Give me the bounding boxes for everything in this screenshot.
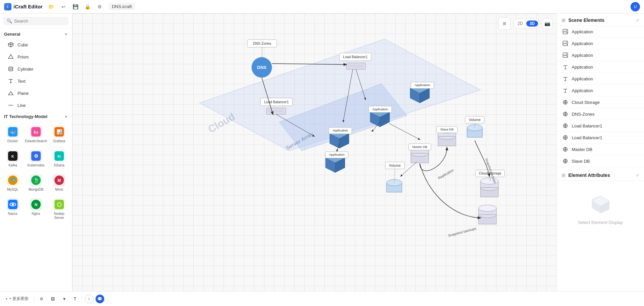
scene-element-globe-icon-1 bbox=[562, 99, 568, 105]
it-item-mongodb[interactable]: 🍃 MongoDB bbox=[24, 171, 48, 194]
more-toolbar-icon: ▼ bbox=[62, 297, 66, 301]
it-section-toggle[interactable]: ▼ bbox=[64, 115, 68, 119]
it-section-title: IT Technology-Model bbox=[4, 114, 47, 119]
search-input-wrap[interactable]: 🔍 bbox=[3, 17, 69, 25]
scene-element-label-lb1-a: Load Balancer1 bbox=[572, 123, 602, 128]
scene-element-app-img-2[interactable]: Application bbox=[557, 38, 644, 49]
masterdb-label-text: Master DB bbox=[412, 145, 427, 149]
add-shapes-button[interactable]: + + 更多图形 bbox=[3, 294, 31, 304]
lb1-left-device[interactable] bbox=[267, 108, 286, 114]
sidebar-item-text[interactable]: Text bbox=[2, 75, 70, 87]
search-bar: 🔍 bbox=[0, 13, 72, 29]
scene-element-globe-icon-6 bbox=[562, 158, 568, 164]
3d-toggle-button[interactable]: 3D bbox=[526, 21, 538, 27]
scene-element-master-db[interactable]: Master DB bbox=[557, 144, 644, 155]
settings-toolbar-icon: ⚙ bbox=[40, 297, 43, 301]
history-button[interactable]: ↩ bbox=[59, 2, 68, 11]
svg-text:📊: 📊 bbox=[56, 129, 63, 135]
titlebar-right: U bbox=[631, 2, 640, 11]
sidebar-item-plane[interactable]: Plane bbox=[2, 87, 70, 99]
volume2-group[interactable] bbox=[387, 180, 402, 192]
nacos-icon bbox=[7, 198, 19, 211]
screenshot-button[interactable]: 📷 bbox=[542, 18, 553, 29]
settings-button[interactable]: ⚙ bbox=[95, 2, 105, 11]
app3-label-text: Application bbox=[333, 128, 348, 132]
it-item-kafka[interactable]: K Kafka bbox=[3, 147, 22, 170]
info-toolbar-icon: i bbox=[88, 297, 89, 301]
general-section-toggle[interactable]: ▼ bbox=[64, 32, 68, 36]
scene-element-slave-db[interactable]: Slave DB bbox=[557, 155, 644, 167]
it-item-grafana[interactable]: 📊 Grafana bbox=[50, 123, 69, 146]
it-item-nacos[interactable]: Nacos bbox=[3, 196, 22, 223]
prism-label: Prism bbox=[17, 54, 29, 60]
chat-toolbar-button[interactable]: 💬 bbox=[96, 295, 104, 303]
search-input[interactable] bbox=[14, 18, 65, 24]
element-attrs-expand[interactable]: ⤢ bbox=[636, 173, 639, 178]
image-toolbar-icon: 🖼 bbox=[51, 297, 55, 301]
cylinder-label: Cylinder bbox=[17, 67, 34, 72]
it-item-kibana[interactable]: Ki Kibana bbox=[50, 147, 69, 170]
scene-element-dns-zones[interactable]: DNS-Zones bbox=[557, 108, 644, 120]
scene-elements-expand[interactable]: ⤢ bbox=[636, 18, 639, 23]
scene-element-lb1-b[interactable]: Load Balancer1 bbox=[557, 132, 644, 144]
diagram-canvas[interactable]: Cloud Server Array DNS DNS-Zones Load Ba… bbox=[72, 13, 557, 291]
sidebar-item-prism[interactable]: Prism bbox=[2, 51, 70, 63]
it-item-nginx[interactable]: N Nginx bbox=[24, 196, 48, 223]
kubernetes-label: Kubernetes bbox=[27, 163, 44, 167]
scene-element-app-img-3[interactable]: Application bbox=[557, 49, 644, 61]
scene-element-cloud-storage[interactable]: Cloud Storage bbox=[557, 97, 644, 108]
app-logo: i iCraft Editor bbox=[4, 3, 43, 10]
more-toolbar-button[interactable]: ▼ bbox=[60, 294, 69, 304]
sidebar-item-cube[interactable]: Cube bbox=[2, 39, 70, 50]
sidebar-item-line[interactable]: Line bbox=[2, 100, 70, 111]
it-item-minio[interactable]: M Minio bbox=[50, 171, 69, 194]
scene-element-lb1-a[interactable]: Load Balancer1 bbox=[557, 120, 644, 132]
scene-element-app-text-1[interactable]: Application bbox=[557, 61, 644, 73]
volume2-label-text: Volume bbox=[389, 164, 401, 167]
scene-element-globe-icon-3 bbox=[562, 123, 568, 129]
2d-3d-toggle: 2D 3D bbox=[513, 18, 539, 29]
svg-point-77 bbox=[566, 54, 567, 55]
view-mode-toggle: ⊞ bbox=[498, 17, 510, 30]
svg-text:⚙: ⚙ bbox=[34, 153, 38, 159]
scene-element-label-cloud-storage: Cloud Storage bbox=[572, 100, 600, 105]
it-item-nodejs[interactable]: ⬡ Nodejs Server bbox=[50, 196, 69, 223]
minio-icon: M bbox=[53, 174, 65, 186]
open-folder-button[interactable]: 📁 bbox=[47, 2, 56, 11]
svg-point-71 bbox=[479, 205, 496, 212]
plane-icon bbox=[7, 90, 14, 97]
kafka-label: Kafka bbox=[8, 163, 17, 167]
snapshot-label-2: Snapshot backups bbox=[448, 227, 477, 238]
scene-element-app-text-3[interactable]: Application bbox=[557, 85, 644, 97]
scene-element-text-icon-3 bbox=[562, 87, 568, 93]
grid-view-button[interactable]: ⊞ bbox=[500, 19, 509, 28]
canvas-area[interactable]: ⊞ 2D 3D 📷 Cloud Server Array bbox=[72, 13, 557, 291]
mongodb-label: MongoDB bbox=[29, 188, 43, 192]
sidebar-item-cylinder[interactable]: Cylinder bbox=[2, 63, 70, 75]
it-item-mysql[interactable]: 🐬 MySQL bbox=[3, 171, 22, 194]
lock-button[interactable]: 🔒 bbox=[83, 2, 92, 11]
app4-label-text: Application bbox=[329, 153, 344, 156]
svg-text:M: M bbox=[58, 178, 61, 183]
scene-element-app-img-1[interactable]: Application bbox=[557, 26, 644, 38]
add-shapes-label: + 更多图形 bbox=[9, 296, 29, 302]
scene-element-app-text-2[interactable]: Application bbox=[557, 73, 644, 85]
it-section-header: IT Technology-Model ▼ bbox=[0, 111, 72, 121]
scene-element-globe-icon-5 bbox=[562, 146, 568, 152]
text-toolbar-button[interactable]: T bbox=[71, 294, 79, 304]
svg-text:🐳: 🐳 bbox=[10, 129, 16, 135]
it-item-kubernetes[interactable]: ⚙ Kubernetes bbox=[24, 147, 48, 170]
settings-toolbar-button[interactable]: ⚙ bbox=[37, 294, 46, 304]
image-toolbar-button[interactable]: 🖼 bbox=[48, 294, 58, 304]
save-button[interactable]: 💾 bbox=[71, 2, 80, 11]
scene-elements-title: Scene Elements bbox=[568, 17, 633, 23]
mysql-label: MySQL bbox=[7, 188, 18, 192]
cloud-storage-2-group[interactable] bbox=[479, 205, 496, 224]
docker-icon: 🐳 bbox=[7, 126, 19, 138]
it-item-elasticsearch[interactable]: Es EslasticSearch bbox=[24, 123, 48, 146]
lb1-top-device[interactable] bbox=[346, 63, 366, 69]
2d-toggle-button[interactable]: 2D bbox=[514, 21, 526, 27]
minio-label: Minio bbox=[55, 188, 63, 192]
info-toolbar-button[interactable]: i bbox=[85, 295, 93, 303]
it-item-docker[interactable]: 🐳 Docker bbox=[3, 123, 22, 146]
